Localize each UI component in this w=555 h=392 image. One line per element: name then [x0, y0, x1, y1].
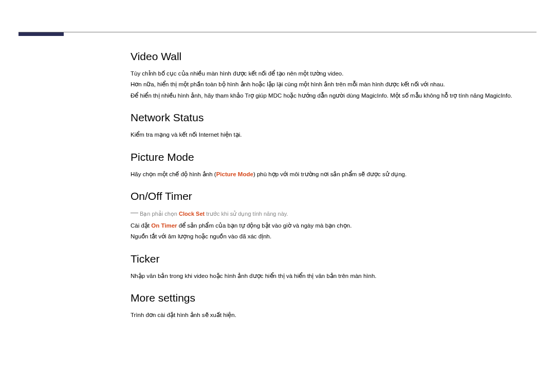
heading-network-status: Network Status — [131, 111, 534, 124]
text-fragment: Bạn phải chọn — [140, 211, 179, 217]
note-text: Bạn phải chọn Clock Set trước khi sử dụn… — [140, 211, 288, 217]
heading-video-wall: Video Wall — [131, 50, 534, 63]
body-text: Nhập văn bản trong khi video hoặc hình ả… — [131, 271, 534, 281]
body-text: Nguồn tắt với âm lượng hoặc nguồn vào đã… — [131, 232, 534, 241]
section-more-settings: More settings Trình đơn cài đặt hình ảnh… — [131, 292, 534, 320]
text-fragment: để sản phẩm của bạn tự động bật vào giờ … — [177, 222, 352, 229]
side-accent-bar — [18, 32, 64, 36]
highlight-picture-mode: Picture Mode — [216, 171, 253, 177]
highlight-on-timer: On Timer — [151, 222, 177, 229]
body-text: Kiểm tra mạng và kết nối Internet hiện t… — [131, 130, 534, 139]
document-content: Video Wall Tùy chỉnh bố cục của nhiều mà… — [131, 50, 534, 331]
note-line: ― Bạn phải chọn Clock Set trước khi sử d… — [131, 209, 534, 218]
body-text: Cài đặt On Timer để sản phẩm của bạn tự … — [131, 221, 534, 230]
section-on-off-timer: On/Off Timer ― Bạn phải chọn Clock Set t… — [131, 190, 534, 241]
heading-more-settings: More settings — [131, 292, 534, 304]
highlight-clock-set: Clock Set — [179, 211, 205, 217]
heading-ticker: Ticker — [131, 253, 534, 265]
text-fragment: Hãy chọn một chế độ hình ảnh ( — [131, 171, 216, 177]
body-text: Tùy chỉnh bố cục của nhiều màn hình được… — [131, 69, 534, 78]
body-text: Hơn nữa, hiển thị một phần toàn bộ hình … — [131, 80, 534, 89]
heading-on-off-timer: On/Off Timer — [131, 190, 534, 202]
body-text: Trình đơn cài đặt hình ảnh sẽ xuất hiện. — [131, 310, 534, 320]
text-fragment: ) phù hợp với môi trường nơi sản phẩm sẽ… — [253, 171, 406, 177]
text-fragment: trước khi sử dụng tính năng này. — [205, 211, 288, 217]
text-fragment: Cài đặt — [131, 222, 151, 229]
section-video-wall: Video Wall Tùy chỉnh bố cục của nhiều mà… — [131, 50, 534, 100]
body-text: Để hiển thị nhiều hình ảnh, hãy tham khả… — [131, 91, 534, 100]
header-rule — [18, 32, 536, 32]
section-network-status: Network Status Kiểm tra mạng và kết nối … — [131, 111, 534, 139]
body-text: Hãy chọn một chế độ hình ảnh (Picture Mo… — [131, 170, 534, 179]
heading-picture-mode: Picture Mode — [131, 151, 534, 163]
section-picture-mode: Picture Mode Hãy chọn một chế độ hình ản… — [131, 151, 534, 179]
dash-icon: ― — [131, 208, 138, 216]
section-ticker: Ticker Nhập văn bản trong khi video hoặc… — [131, 253, 534, 281]
